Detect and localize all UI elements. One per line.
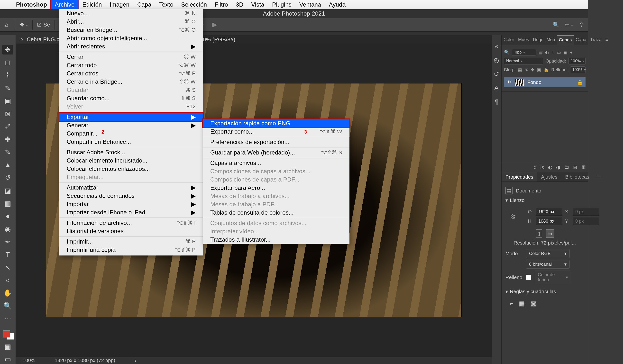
menu-item[interactable]: Cerrar otros⌥⌘ P [59,69,203,78]
width-field[interactable]: 1920 px [536,208,562,215]
lock-all-icon[interactable]: 🔒 [543,67,549,72]
menu-item[interactable]: Abrir recientes▶ [59,42,203,51]
adjustments-icon[interactable]: ◴ [493,56,499,64]
home-icon[interactable]: ⌂ [2,21,11,29]
menu-item[interactable]: Colocar elemento incrustado... [59,156,203,165]
wand-tool-icon[interactable]: ✎ [2,84,13,93]
menu-item[interactable]: Compartir... [59,129,203,138]
orient-land-icon[interactable]: ▭ [546,230,554,238]
tab-libraries[interactable]: Bibliotecas [561,172,593,182]
chevron-down-icon[interactable]: ▾ [506,289,508,294]
shape-tool-icon[interactable]: ○ [2,276,13,285]
hand-tool-icon[interactable]: ✋ [2,288,13,298]
menu-item[interactable]: Cerrar e ir a Bridge...⇧⌘ W [59,78,203,86]
lock-artboard-icon[interactable]: ▣ [537,67,541,72]
menu-item[interactable]: Compartir en Behance... [59,138,203,146]
group-icon[interactable]: 🗀 [564,164,569,170]
layer-row[interactable]: 👁 Fondo 🔒 [504,77,585,87]
menu-3d[interactable]: 3D [232,0,247,9]
menu-item[interactable]: Abrir...⌘ O [59,18,203,26]
pen-tool-icon[interactable]: ✒ [2,237,13,247]
path-tool-icon[interactable]: ↖ [2,263,13,272]
menu-item[interactable]: Capas a archivos... [203,159,350,167]
move-tool-preset-icon[interactable]: ✥ [20,21,28,29]
menu-texto[interactable]: Texto [155,0,177,9]
menu-item[interactable]: Cerrar⌘ W [59,53,203,61]
tab-color[interactable]: Color [502,35,516,45]
blend-mode-select[interactable]: Normal [504,58,543,64]
menu-item[interactable]: Información de archivo...⌥⇧⌘ I [59,219,203,227]
lock-pixels-icon[interactable]: ▦ [518,67,522,72]
move-tool-icon[interactable]: ✥ [2,45,13,55]
paragraph-icon[interactable]: ¶ [495,98,498,106]
color-mode-select[interactable]: Color RGB▾ [526,249,570,258]
menu-item[interactable]: Generar▶ [59,121,203,129]
menu-seleccion[interactable]: Selección [178,0,211,9]
menu-item[interactable]: Imprimir una copia⌥⇧⌘ P [59,246,203,254]
fx-icon[interactable]: fx [540,164,544,170]
menu-item[interactable]: Exportación rápida como PNG [203,119,350,128]
panel-menu-icon[interactable]: ≡ [603,35,610,45]
screenmode-icon[interactable]: ▭ [2,355,13,364]
camera-3d-icon[interactable]: ▮▸ [210,21,219,29]
history-icon[interactable]: ↺ [494,70,499,78]
menu-item[interactable]: Importar▶ [59,200,203,208]
link-layers-icon[interactable]: ⌕ [534,164,536,170]
menu-item[interactable]: Tablas de consulta de colores... [203,209,350,217]
menu-vista[interactable]: Vista [247,0,268,9]
panel-menu-icon[interactable]: ≡ [593,172,602,182]
menu-item[interactable]: Buscar Adobe Stock... [59,148,203,156]
lasso-tool-icon[interactable]: ⌇ [2,71,13,80]
menu-item[interactable]: Exportar▶ [59,113,203,121]
menu-item[interactable]: Trazados a Illustrator... [203,236,350,244]
ruler-icon[interactable]: ⌐ [510,300,513,307]
quickmask-icon[interactable]: ▣ [2,342,13,351]
share-icon[interactable]: ⇪ [577,21,585,29]
menu-item[interactable]: Buscar en Bridge...⌥⌘ O [59,26,203,34]
layer-locked-icon[interactable]: 🔒 [577,79,583,85]
menu-item[interactable]: Exportar como...⌥⇧⌘ W [203,128,350,136]
filter-adj-icon[interactable]: ◐ [545,50,549,55]
filter-toggle-icon[interactable]: ● [570,50,573,55]
bgfill-select[interactable]: Color de fondo▾ [535,271,571,284]
guides-icon[interactable]: ▩ [531,300,537,307]
filter-shape-icon[interactable]: ▭ [557,50,561,55]
lock-move-icon[interactable]: ✥ [531,67,534,72]
menu-imagen[interactable]: Imagen [106,0,133,9]
menu-item[interactable]: Guardar como...⇧⌘ S [59,94,203,103]
fill-value[interactable]: 100% [570,66,585,73]
menu-item[interactable]: Cerrar todo⌥⌘ W [59,61,203,69]
menu-archivo[interactable]: Archivo [51,0,78,9]
menu-item[interactable]: Guardar para Web (heredado)...⌥⇧⌘ S [203,149,350,157]
menu-ventana[interactable]: Ventana [295,0,325,9]
tab-properties[interactable]: Propiedades [502,172,537,182]
zoom-level[interactable]: 100% [23,358,35,363]
bgfill-swatch[interactable] [526,275,531,280]
visibility-icon[interactable]: 👁 [506,80,512,85]
app-name[interactable]: Photoshop [12,1,51,8]
menu-item[interactable]: Automatizar▶ [59,183,203,192]
search-icon[interactable]: 🔍 [552,21,560,29]
tab-patt[interactable]: Moti [545,35,557,45]
orient-port-icon[interactable]: ▯ [536,230,542,238]
brush-tool-icon[interactable]: ✎ [2,148,13,157]
height-field[interactable]: 1080 px [536,217,562,225]
blur-tool-icon[interactable]: ● [2,212,13,221]
grid-icon[interactable]: ▦ [519,300,525,307]
chevron-down-icon[interactable]: ▾ [506,197,508,203]
collapse-chevrons-icon[interactable]: « [495,43,498,50]
menu-plugins[interactable]: Plugins [268,0,295,9]
adj-layer-icon[interactable]: ◑ [556,164,560,170]
gradient-tool-icon[interactable]: ▥ [2,199,13,208]
filter-image-icon[interactable]: ▤ [538,50,543,55]
menu-edicion[interactable]: Edición [79,0,106,9]
marquee-tool-icon[interactable]: ◻ [2,58,13,67]
workspace-icon[interactable]: ▭ [565,21,573,29]
mask-icon[interactable]: ◐ [548,164,552,170]
auto-select-checkbox[interactable]: ☑ Se [37,22,50,28]
type-tool-icon[interactable]: T [2,250,13,259]
tab-chan[interactable]: Cana [574,35,588,45]
menu-item[interactable]: Historial de versiones [59,227,203,235]
opacity-value[interactable]: 100% [569,58,585,64]
menu-item[interactable]: Nuevo...⌘ N [59,9,203,18]
